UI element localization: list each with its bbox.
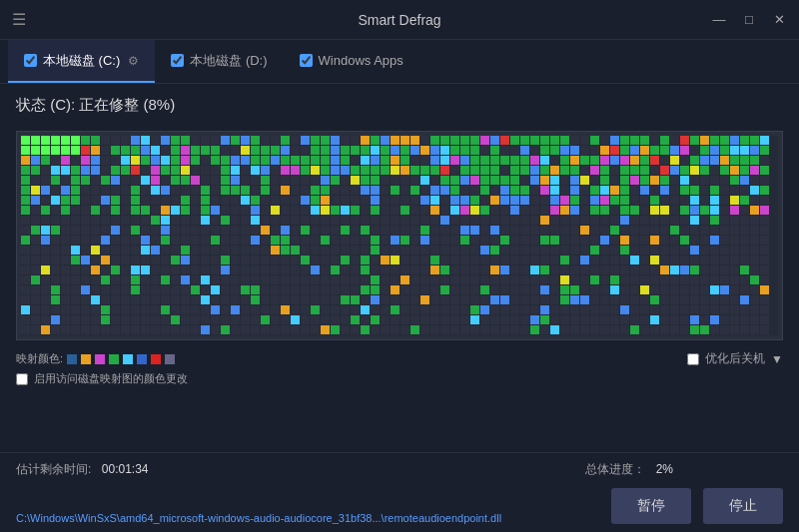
tab-c-label: 本地磁盘 (C:): [43, 52, 120, 70]
status-text: 状态 (C): 正在修整 (8%): [16, 96, 175, 113]
progress-value: 2%: [656, 462, 673, 476]
maximize-button[interactable]: □: [741, 12, 757, 27]
tab-d-label: 本地磁盘 (D:): [190, 52, 267, 70]
progress-section: 总体进度： 2%: [585, 459, 673, 478]
legend-err: [151, 354, 161, 364]
status-bar: 状态 (C): 正在修整 (8%): [0, 84, 799, 123]
window-controls: — □ ✕: [711, 12, 787, 27]
estimated-label: 估计剩余时间:: [16, 462, 91, 476]
legend-dir: [137, 354, 147, 364]
menu-icon[interactable]: ☰: [12, 10, 26, 29]
tabs-bar: 本地磁盘 (C:) ⚙ 本地磁盘 (D:) Windows Apps: [0, 40, 799, 84]
action-buttons: 暂停 停止: [611, 488, 783, 524]
legend-free1: [109, 354, 119, 364]
current-file-path: C:\Windows\WinSxS\amd64_microsoft-window…: [16, 512, 515, 524]
color-change-label: 启用访问磁盘映射图的颜色更改: [34, 371, 188, 386]
app-title: Smart Defrag: [358, 12, 440, 28]
tab-apps-checkbox[interactable]: [300, 54, 313, 67]
stop-button[interactable]: 停止: [703, 488, 783, 524]
bottom-bar: 估计剩余时间: 00:01:34 总体进度： 2% C:\Windows\Win…: [0, 452, 799, 532]
legend-fragmented: [81, 354, 91, 364]
minimize-button[interactable]: —: [711, 12, 727, 27]
tab-apps-label: Windows Apps: [319, 53, 403, 68]
disk-map: [16, 131, 783, 340]
estimated-time-section: 估计剩余时间: 00:01:34: [16, 459, 149, 478]
tab-d-checkbox[interactable]: [171, 54, 184, 67]
gear-icon[interactable]: ⚙: [128, 54, 139, 68]
legend-bar: 映射颜色: 优化后关机 ▼: [0, 344, 799, 369]
estimated-value: 00:01:34: [102, 462, 149, 476]
disk-map-canvas: [21, 136, 778, 335]
color-change-checkbox[interactable]: [16, 373, 28, 385]
legend-free2: [123, 354, 133, 364]
legend-used: [67, 354, 77, 364]
bottom-info-row: 估计剩余时间: 00:01:34 总体进度： 2%: [16, 459, 783, 478]
dropdown-icon[interactable]: ▼: [771, 352, 783, 366]
color-change-row: 启用访问磁盘映射图的颜色更改: [0, 369, 799, 390]
pause-button[interactable]: 暂停: [611, 488, 691, 524]
optimize-checkbox[interactable]: [687, 353, 699, 365]
progress-label: 总体进度：: [585, 462, 645, 476]
legend-prefix: 映射颜色:: [16, 351, 63, 366]
close-button[interactable]: ✕: [771, 12, 787, 27]
optimize-section: 优化后关机 ▼: [687, 350, 783, 367]
legend-system: [95, 354, 105, 364]
optimize-label: 优化后关机: [705, 350, 765, 367]
tab-c-checkbox[interactable]: [24, 54, 37, 67]
title-bar: ☰ Smart Defrag — □ ✕: [0, 0, 799, 40]
tab-c[interactable]: 本地磁盘 (C:) ⚙: [8, 40, 155, 83]
legend-unmovable: [165, 354, 175, 364]
title-bar-left: ☰: [12, 10, 26, 29]
tab-d[interactable]: 本地磁盘 (D:): [155, 40, 283, 83]
tab-apps[interactable]: Windows Apps: [284, 40, 419, 83]
